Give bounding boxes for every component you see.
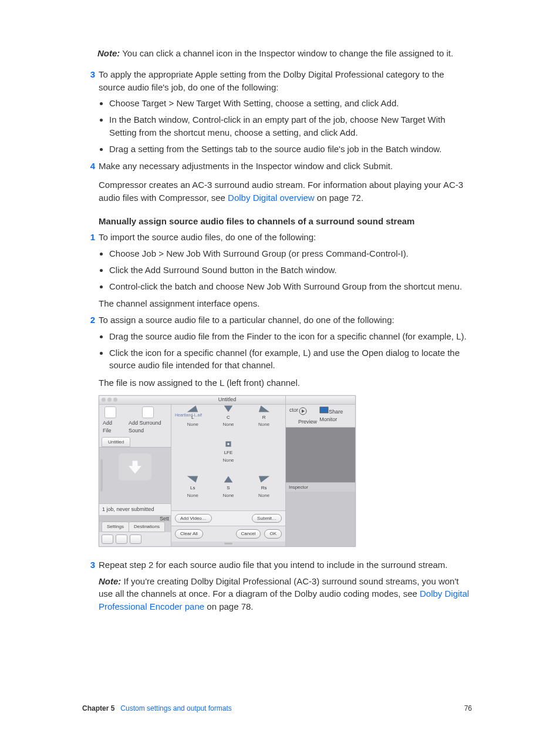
note-label: Note: [97,48,120,58]
mstep-2-bullets: Drag the source audio file from the Find… [82,330,472,372]
surround-icon [142,406,154,418]
list-item: Choose Target > New Target With Setting,… [109,97,472,110]
inspector-bar: Inspector [286,482,355,492]
sett-label: Sett [99,515,171,521]
list-item: Drag a setting from the Settings tab to … [109,143,472,156]
channel-C[interactable]: C None [211,404,247,437]
traffic-lights[interactable] [102,398,117,402]
note-label: Note: [99,576,121,586]
icon-button[interactable] [130,534,141,544]
add-file-button[interactable]: Add File [103,406,118,435]
speaker-ls-icon [186,475,199,484]
clear-all-button[interactable]: Clear All [175,529,203,539]
drop-zone[interactable] [119,453,151,480]
svg-marker-9 [302,409,305,413]
page-number: 76 [464,704,472,714]
chapter-title: Custom settings and output formats [120,704,231,712]
speaker-s-icon [222,475,235,484]
step-number: 1 [82,231,95,244]
speaker-left-icon [186,404,199,413]
file-icon [104,406,116,418]
add-video-button[interactable]: Add Video… [175,514,212,523]
step-number: 3 [82,68,95,94]
lfe-icon [222,439,235,449]
step-3-bullets: Choose Target > New Target With Setting,… [82,97,472,155]
chapter-number: Chapter 5 [82,704,114,712]
svg-marker-6 [224,476,233,483]
channel-Rs[interactable]: Rs None [246,475,282,507]
mstep-1: 1 To import the source audio files, do o… [82,231,472,244]
channel-R[interactable]: R None [246,404,282,437]
page-footer: Chapter 5Custom settings and output form… [82,704,472,714]
step-text: To import the source audio files, do one… [99,231,472,244]
ok-button[interactable]: OK [264,529,282,539]
note-text: You can click a channel icon in the Insp… [122,48,453,58]
mstep2-after: The file is now assigned to the L (left … [99,376,472,389]
after-step4: Compressor creates an AC-3 surround audi… [99,179,472,204]
preview-area [286,427,355,482]
svg-marker-5 [187,476,198,483]
cancel-button[interactable]: Cancel [236,529,261,539]
list-item: Control-click the batch and choose New J… [109,280,472,293]
mstep-1-bullets: Choose Job > New Job With Surround Group… [82,247,472,293]
add-surround-button[interactable]: Add Surround Sound [129,406,167,435]
play-circle-icon [298,406,308,416]
down-arrow-icon [129,460,141,473]
status-text: 1 job, never submitted [99,503,171,515]
step-text: To assign a source audio file to a parti… [99,314,472,327]
mstep1-after: The channel assignment interface opens. [99,297,472,310]
svg-rect-10 [320,407,328,413]
tab-untitled[interactable]: Untitled [102,437,130,448]
note-1: Note: You can click a channel icon in th… [97,47,472,60]
speaker-center-icon [222,404,235,413]
list-item: In the Batch window, Control-click in an… [109,113,472,139]
icon-button[interactable] [116,534,127,544]
step-3: 3 To apply the appropriate Apple setting… [82,68,472,94]
svg-marker-2 [258,405,269,412]
mstep-3: 3 Repeat step 2 for each source audio fi… [82,559,472,571]
speaker-right-icon [258,404,271,413]
speaker-rs-icon [258,475,271,484]
list-item: Click the icon for a specific channel (f… [109,347,472,372]
monitor-icon [319,406,329,413]
bottom-icon-row [99,532,171,546]
channel-LFE[interactable]: LFE None [211,439,247,472]
tab-destinations[interactable]: Destinations [129,522,165,532]
list-item: Click the Add Surround Sound button in t… [109,264,472,277]
note-2: Note: If you're creating Dolby Digital P… [99,575,472,613]
icon-button[interactable] [102,534,113,544]
svg-marker-0 [187,405,198,412]
scrollbar[interactable] [100,459,103,492]
mstep-2: 2 To assign a source audio file to a par… [82,314,472,327]
step-4: 4 Make any necessary adjustments in the … [82,160,472,173]
step-number: 2 [82,314,95,327]
step-text: To apply the appropriate Apple setting f… [99,68,472,94]
compressor-window: Untitled Add File Add Surround Sound Unt… [99,395,356,547]
channel-S[interactable]: S None [211,475,247,507]
share-monitor-button[interactable]: Share Monitor [319,406,352,426]
subsection-heading: Manually assign source audio files to ch… [99,215,472,228]
svg-point-4 [227,443,230,445]
tab-settings[interactable]: Settings [102,522,129,532]
list-item: Drag the source audio file from the Find… [109,330,472,343]
channel-L[interactable]: L None [175,404,211,437]
step-number: 4 [82,160,95,173]
ctor-button[interactable]: ctor [289,406,298,426]
svg-marker-7 [258,476,269,483]
step-number: 3 [82,559,95,571]
step-text: Make any necessary adjustments in the In… [99,160,472,173]
preview-button[interactable]: Preview [298,406,319,426]
step-text: Repeat step 2 for each source audio file… [99,559,472,571]
svg-marker-1 [224,405,233,412]
submit-button[interactable]: Submit… [252,514,282,523]
resize-handle[interactable] [171,542,285,546]
inspector-body [286,492,355,546]
list-item: Choose Job > New Job With Surround Group… [109,247,472,260]
channel-Ls[interactable]: Ls None [175,475,211,507]
dolby-overview-link[interactable]: Dolby Digital overview [228,193,315,203]
